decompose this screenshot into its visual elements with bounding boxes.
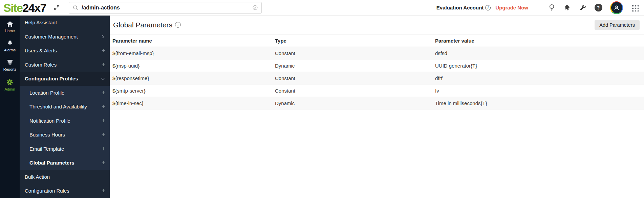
sidebar-item-business-hours[interactable]: Business Hours +: [20, 128, 110, 142]
param-value-cell: dfrf: [435, 75, 644, 81]
param-name-cell: ${time-in-sec}: [112, 100, 275, 106]
param-name-cell: ${responsetime}: [112, 75, 275, 81]
param-value-cell: Time in milliseconds{T}: [435, 100, 644, 106]
admin-sidebar-menu: Help Assistant Customer Management Users…: [20, 16, 110, 198]
clear-search-icon[interactable]: [252, 5, 258, 10]
table-row[interactable]: ${responsetime} Constant dfrf: [110, 72, 644, 84]
sidebar-item-email-template[interactable]: Email Template +: [20, 142, 110, 156]
sidebar-item-threshold-availability[interactable]: Threshold and Availability +: [20, 100, 110, 114]
plus-icon[interactable]: +: [102, 118, 105, 124]
sidebar-item-users-alerts[interactable]: Users & Alerts +: [20, 44, 110, 58]
rail-item-home[interactable]: Home: [0, 21, 20, 33]
plus-icon[interactable]: +: [102, 47, 105, 54]
home-icon: [6, 21, 14, 27]
admin-gear-icon: [6, 78, 14, 86]
sidebar-item-configuration-rules[interactable]: Configuration Rules +: [20, 184, 110, 198]
reports-presentation-icon: [6, 59, 14, 66]
column-header-parameter-name: Parameter name: [112, 38, 275, 44]
param-value-cell: UUID generator{T}: [435, 63, 644, 69]
upgrade-now-link[interactable]: Upgrade Now: [495, 5, 528, 10]
param-name-cell: ${msp-uuid}: [112, 63, 275, 69]
logo-text-24x7: 24x7: [22, 1, 46, 14]
nav-rail: Home Alarms Repo: [0, 16, 20, 198]
evaluation-account-label: Evaluation Account: [436, 5, 484, 10]
plus-icon[interactable]: +: [102, 146, 105, 152]
app-body: Home Alarms Repo: [0, 16, 644, 198]
help-icon[interactable]: ?: [594, 4, 603, 11]
wrench-icon[interactable]: [578, 4, 587, 11]
table-row[interactable]: ${smtp-server} Constant fv: [110, 84, 644, 97]
sidebar-item-configuration-profiles[interactable]: Configuration Profiles: [20, 72, 110, 86]
global-search-bar[interactable]: [69, 2, 262, 14]
page-title: Global Parameters: [113, 21, 172, 29]
chevron-down-icon: [101, 76, 105, 81]
rail-item-alarms[interactable]: Alarms: [0, 40, 20, 52]
account-info-icon[interactable]: i: [485, 5, 491, 10]
site24x7-logo: Site24x7: [3, 0, 46, 16]
apps-grid-icon[interactable]: [631, 4, 639, 11]
avatar-person-icon: [611, 2, 622, 13]
column-header-parameter-value: Parameter value: [435, 38, 644, 44]
sidebar-item-bulk-action[interactable]: Bulk Action: [20, 170, 110, 184]
plus-icon[interactable]: +: [102, 131, 105, 138]
table-row[interactable]: ${msp-uuid} Dynamic UUID generator{T}: [110, 59, 644, 72]
search-input[interactable]: [82, 5, 252, 11]
main-content: Global Parameters i Add Parameters Param…: [110, 16, 644, 198]
rail-item-admin[interactable]: Admin: [0, 78, 20, 91]
param-value-cell: dsfsd: [435, 50, 644, 56]
sidebar-item-help-assistant[interactable]: Help Assistant: [20, 16, 110, 30]
column-header-type: Type: [275, 38, 435, 44]
add-parameters-button[interactable]: Add Parameters: [595, 20, 640, 30]
plus-icon[interactable]: +: [102, 90, 105, 96]
rail-label-admin: Admin: [4, 87, 15, 91]
page-header: Global Parameters i Add Parameters: [110, 16, 644, 34]
sidebar-item-custom-roles[interactable]: Custom Roles +: [20, 58, 110, 72]
logo-text-site: Site: [3, 1, 22, 14]
sidebar-item-location-profile[interactable]: Location Profile +: [20, 86, 110, 100]
search-icon: [72, 5, 79, 11]
topbar-right-cluster: Evaluation Account i Upgrade Now: [436, 1, 644, 14]
plus-icon[interactable]: +: [102, 61, 105, 68]
help-question-glyph: ?: [595, 4, 602, 11]
param-type-cell: Constant: [275, 88, 435, 94]
plus-icon[interactable]: +: [102, 159, 105, 166]
param-name-cell: ${smtp-server}: [112, 88, 275, 94]
rail-item-reports[interactable]: Reports: [0, 59, 20, 71]
param-type-cell: Dynamic: [275, 63, 435, 69]
sidebar-item-global-parameters[interactable]: Global Parameters +: [20, 156, 110, 170]
rail-label-home: Home: [5, 29, 15, 33]
param-type-cell: Constant: [275, 50, 435, 56]
fullscreen-expand-icon[interactable]: [53, 4, 60, 11]
rail-label-alarms: Alarms: [4, 48, 16, 52]
notification-bell-icon[interactable]: [563, 4, 572, 11]
alarms-bell-icon: [7, 40, 13, 47]
lightbulb-icon[interactable]: [547, 4, 556, 11]
param-type-cell: Dynamic: [275, 100, 435, 106]
avatar[interactable]: [610, 1, 623, 14]
table-header-row: Parameter name Type Parameter value: [110, 34, 644, 47]
param-name-cell: ${from-email-msp}: [112, 50, 275, 56]
table-row[interactable]: ${time-in-sec} Dynamic Time in milliseco…: [110, 97, 644, 109]
sidebar-item-customer-management[interactable]: Customer Management: [20, 30, 110, 44]
chevron-right-icon: [101, 34, 105, 39]
param-type-cell: Constant: [275, 75, 435, 81]
sidebar-item-notification-profile[interactable]: Notification Profile +: [20, 114, 110, 128]
table-row[interactable]: ${from-email-msp} Constant dsfsd: [110, 47, 644, 59]
top-bar: Site24x7 Evaluation Account i Upgrade No…: [0, 0, 644, 16]
param-value-cell: fv: [435, 88, 644, 94]
info-icon[interactable]: i: [175, 22, 181, 28]
table-body: ${from-email-msp} Constant dsfsd ${msp-u…: [110, 47, 644, 109]
plus-icon[interactable]: +: [102, 103, 105, 110]
rail-label-reports: Reports: [3, 67, 17, 71]
plus-icon[interactable]: +: [102, 188, 105, 194]
topbar-icon-group: ?: [540, 1, 639, 14]
